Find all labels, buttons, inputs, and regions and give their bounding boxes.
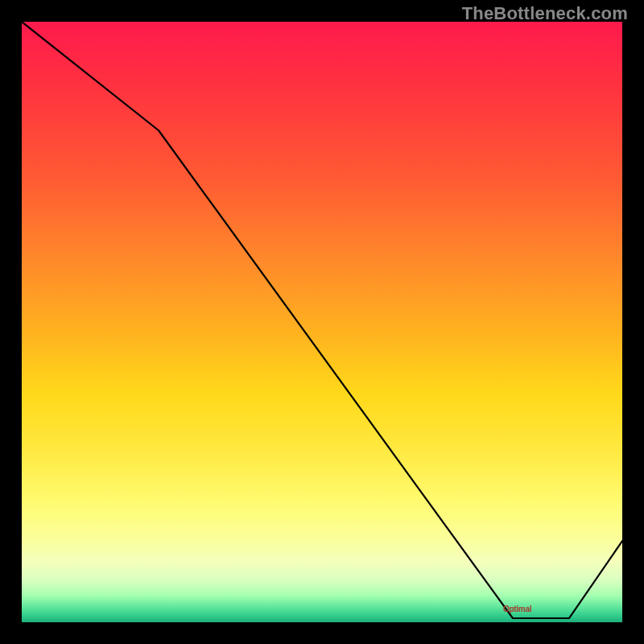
optimal-annotation: Optimal xyxy=(503,605,531,613)
line-chart-svg xyxy=(22,22,622,622)
data-line xyxy=(22,22,622,618)
plot-area: Optimal xyxy=(22,22,622,622)
chart-frame: TheBottleneck.com Optimal xyxy=(0,0,644,644)
